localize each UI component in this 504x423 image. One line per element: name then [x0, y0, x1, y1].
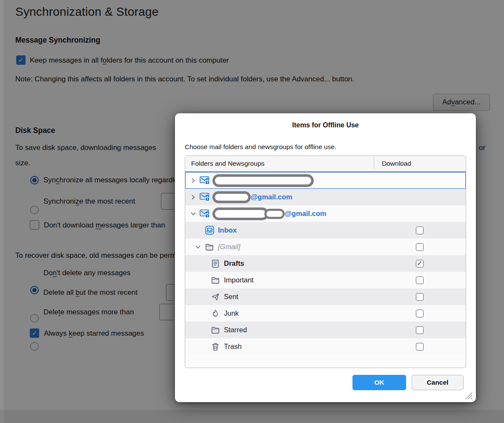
chevron-spacer	[200, 277, 208, 284]
account-domain: @gmail.com	[285, 210, 326, 218]
chevron-spacer	[200, 343, 208, 350]
account-mail-lock-icon	[200, 209, 210, 219]
inbox-icon	[204, 226, 215, 235]
folder-label: [Gmail]	[218, 243, 240, 251]
folder-label: Drafts	[224, 259, 244, 268]
column-folders-header: Folders and Newsgroups	[185, 160, 374, 167]
chevron-spacer	[200, 310, 208, 317]
chevron-down-icon[interactable]	[189, 210, 197, 217]
download-checkbox[interactable]	[416, 310, 424, 317]
redacted-account-name	[212, 207, 269, 220]
folder-tree: Folders and Newsgroups Download @gma	[185, 155, 466, 368]
dialog-instruction: Choose mail folders and newsgroups for o…	[185, 143, 336, 151]
download-checkbox[interactable]	[416, 343, 424, 351]
left-edge-strip	[0, 0, 4, 423]
items-for-offline-use-dialog: Items for Offline Use Choose mail folder…	[175, 113, 476, 402]
chevron-down-icon[interactable]	[194, 244, 202, 250]
download-cell	[374, 172, 466, 189]
redacted-account-name	[212, 174, 314, 187]
bottom-edge-strip	[0, 410, 504, 423]
chevron-spacer	[200, 327, 208, 334]
screen: Synchronization & Storage Message Synchr…	[0, 0, 504, 423]
tree-row-inbox[interactable]: Inbox	[185, 222, 466, 239]
folder-label: Inbox	[218, 226, 237, 234]
tree-row-account-1[interactable]	[185, 172, 466, 189]
tree-header: Folders and Newsgroups Download	[185, 156, 466, 172]
folder-icon	[210, 325, 220, 335]
chevron-right-icon[interactable]	[189, 177, 197, 184]
account-mail-lock-icon	[200, 193, 210, 202]
tree-row-drafts[interactable]: Drafts	[185, 255, 466, 272]
redacted-account-name	[212, 191, 251, 203]
sent-icon	[210, 292, 220, 302]
junk-flame-icon	[210, 309, 220, 318]
tree-row-sent[interactable]: Sent	[185, 288, 466, 305]
tree-row-account-2[interactable]: @gmail.com	[185, 189, 466, 205]
download-cell	[374, 189, 466, 205]
account-domain: @gmail.com	[251, 193, 292, 201]
download-checkbox[interactable]	[416, 243, 424, 251]
download-checkbox-checked[interactable]	[416, 260, 424, 268]
download-checkbox[interactable]	[416, 276, 424, 284]
folder-label: Junk	[224, 309, 239, 317]
chevron-spacer	[200, 260, 208, 267]
dialog-title: Items for Offline Use	[175, 121, 476, 129]
redacted-account-name	[264, 209, 285, 219]
resize-gripper[interactable]	[464, 391, 472, 399]
download-checkbox[interactable]	[416, 293, 424, 301]
tree-row-junk[interactable]: Junk	[185, 305, 466, 322]
account-mail-lock-icon	[200, 176, 210, 185]
download-cell	[374, 205, 466, 222]
chevron-spacer	[200, 294, 208, 300]
ok-button[interactable]: OK	[352, 375, 406, 390]
chevron-right-icon[interactable]	[189, 194, 197, 201]
tree-row-important[interactable]: Important	[185, 272, 466, 288]
folder-label: Trash	[224, 342, 242, 351]
folder-icon	[210, 276, 220, 285]
folder-label: Important	[224, 276, 254, 284]
tree-row-trash[interactable]: Trash	[185, 338, 466, 355]
folder-label: Starred	[224, 326, 247, 334]
tree-row-account-3[interactable]: @gmail.com	[185, 205, 466, 222]
tree-row-starred[interactable]: Starred	[185, 322, 466, 338]
chevron-spacer	[194, 227, 202, 234]
cancel-button[interactable]: Cancel	[412, 375, 464, 390]
folder-icon	[204, 242, 215, 252]
trash-icon	[210, 342, 220, 351]
draft-icon	[210, 259, 220, 268]
download-checkbox[interactable]	[416, 227, 424, 234]
column-download-header: Download	[374, 158, 466, 169]
folder-label: Sent	[224, 293, 238, 301]
download-checkbox[interactable]	[416, 326, 424, 334]
tree-row-gmail[interactable]: [Gmail]	[185, 239, 466, 255]
